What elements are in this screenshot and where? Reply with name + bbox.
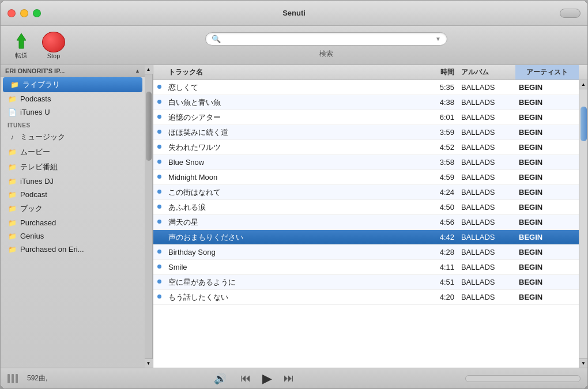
transfer-button[interactable]: 転送 xyxy=(10,31,33,60)
dot-circle-icon xyxy=(157,160,161,164)
sidebar-scrollbar[interactable]: ▲ ▼ xyxy=(145,65,153,368)
sidebar-item-itunes-u[interactable]: 📄 iTunes U xyxy=(1,105,145,119)
track-list[interactable]: 恋しくて5:35BALLADSBEGIN白い魚と青い魚4:38BALLADSBE… xyxy=(153,80,579,368)
track-time: 4:28 xyxy=(423,248,458,256)
search-dropdown-icon[interactable]: ▼ xyxy=(435,36,441,42)
sidebar-item-podcast[interactable]: 📁 Podcast xyxy=(1,188,145,201)
track-row[interactable]: 追憶のシアター6:01BALLADSBEGIN xyxy=(153,110,579,125)
device-name: ERI ONNORIT'S IP... xyxy=(5,67,65,74)
track-dot xyxy=(153,205,165,210)
track-artist: BEGIN xyxy=(515,158,579,167)
track-row[interactable]: Blue Snow3:58BALLADSBEGIN xyxy=(153,155,579,170)
next-button[interactable]: ⏭ xyxy=(281,372,296,384)
track-row[interactable]: ほほ笑みに続く道3:59BALLADSBEGIN xyxy=(153,125,579,140)
track-album: BALLADS xyxy=(458,143,515,152)
window-controls xyxy=(7,9,41,17)
sidebar-item-purchased[interactable]: 📁 Purchased xyxy=(1,216,145,229)
folder-icon: 📁 xyxy=(7,95,17,103)
sidebar-scroll-up-button[interactable]: ▲ xyxy=(145,65,153,74)
progress-bar[interactable] xyxy=(465,375,581,382)
track-row[interactable]: Midnight Moon4:59BALLADSBEGIN xyxy=(153,170,579,185)
col-time-header[interactable]: 時間 xyxy=(423,65,458,80)
col-artist-header[interactable]: アーティスト xyxy=(515,65,579,80)
volume-icon[interactable]: 🔊 xyxy=(212,372,229,385)
sidebar-item-movies[interactable]: 📁 ムービー xyxy=(1,145,145,160)
track-time: 3:59 xyxy=(423,128,458,137)
track-row[interactable]: Smile4:11BALLADSBEGIN xyxy=(153,260,579,275)
track-row[interactable]: 声のおまもりください4:42BALLADSBEGIN xyxy=(153,230,579,245)
track-artist: BEGIN xyxy=(515,83,579,92)
col-album-header[interactable]: アルバム xyxy=(458,65,515,80)
track-row[interactable]: Birthday Song4:28BALLADSBEGIN xyxy=(153,245,579,260)
track-artist: BEGIN xyxy=(515,98,579,107)
track-name: 空に星があるように xyxy=(165,277,423,288)
sidebar-item-podcasts[interactable]: 📁 Podcasts xyxy=(1,92,145,105)
track-time: 4:11 xyxy=(423,263,458,271)
play-button[interactable]: ▶ xyxy=(262,371,272,386)
close-button[interactable] xyxy=(7,9,16,17)
track-name: この街はなれて xyxy=(165,187,423,198)
minimize-button[interactable] xyxy=(20,9,28,17)
track-album: BALLADS xyxy=(458,218,515,226)
track-row[interactable]: 白い魚と青い魚4:38BALLADSBEGIN xyxy=(153,95,579,110)
track-album: BALLADS xyxy=(458,278,515,286)
status-dot xyxy=(7,374,10,383)
track-row[interactable]: あふれる涙4:50BALLADSBEGIN xyxy=(153,200,579,215)
track-name: 満天の星 xyxy=(165,217,423,228)
music-note-icon: ♪ xyxy=(7,133,17,141)
stop-button[interactable]: Stop xyxy=(42,32,65,59)
track-name: 白い魚と青い魚 xyxy=(165,97,423,108)
track-scroll-down-button[interactable]: ▼ xyxy=(579,358,588,368)
track-row[interactable]: 恋しくて5:35BALLADSBEGIN xyxy=(153,80,579,95)
track-dot xyxy=(153,160,165,165)
sidebar-scroll[interactable]: 📁 ライブラリ 📁 Podcasts 📄 iTunes U ITUNES xyxy=(1,77,145,368)
track-album: BALLADS xyxy=(458,293,515,301)
sidebar-scroll-thumb[interactable] xyxy=(146,92,152,161)
window-pill xyxy=(560,9,581,18)
window-title: Senuti xyxy=(282,9,306,17)
maximize-button[interactable] xyxy=(33,9,41,17)
track-name: あふれる涙 xyxy=(165,202,423,213)
track-time: 4:42 xyxy=(423,233,458,241)
sidebar-item-books[interactable]: 📁 ブック xyxy=(1,201,145,216)
track-row[interactable]: 空に星があるように4:51BALLADSBEGIN xyxy=(153,275,579,290)
track-table-header: トラック名 時間 アルバム アーティスト xyxy=(153,65,587,80)
track-scrollbar[interactable]: ▲ ▼ xyxy=(579,80,587,368)
folder-icon: 📁 xyxy=(10,81,19,89)
sidebar-label-tv: テレビ番組 xyxy=(20,162,58,172)
sidebar-scroll-down-button[interactable]: ▼ xyxy=(145,358,153,368)
sidebar: ERI ONNORIT'S IP... ▲ 📁 ライブラリ 📁 Podcasts… xyxy=(1,65,145,368)
search-bar[interactable]: 🔍 ▼ xyxy=(205,32,447,46)
track-row[interactable]: 失われたワルツ4:52BALLADSBEGIN xyxy=(153,140,579,155)
toolbar: 転送 Stop 🔍 ▼ 検索 xyxy=(1,26,587,65)
track-time: 6:01 xyxy=(423,113,458,122)
sidebar-item-tv[interactable]: 📁 テレビ番組 xyxy=(1,160,145,175)
folder-icon: 📁 xyxy=(7,219,17,227)
track-dot xyxy=(153,280,165,285)
search-icon: 🔍 xyxy=(212,35,221,43)
folder-icon: 📁 xyxy=(7,177,17,186)
sidebar-item-itunes-dj[interactable]: 📁 iTunes DJ xyxy=(1,175,145,188)
sidebar-item-library[interactable]: 📁 ライブラリ xyxy=(3,77,142,92)
track-scroll-thumb[interactable] xyxy=(581,107,587,141)
transfer-label: 転送 xyxy=(15,51,28,60)
dot-circle-icon xyxy=(157,265,161,269)
col-name-header[interactable]: トラック名 xyxy=(165,65,423,80)
track-row[interactable]: この街はなれて4:24BALLADSBEGIN xyxy=(153,185,579,200)
track-scroll-up-button[interactable]: ▲ xyxy=(579,80,588,89)
sidebar-device-header: ERI ONNORIT'S IP... ▲ xyxy=(1,65,145,77)
track-row[interactable]: 満天の星4:56BALLADSBEGIN xyxy=(153,215,579,230)
previous-button[interactable]: ⏮ xyxy=(238,372,253,384)
search-input[interactable] xyxy=(223,35,435,43)
sidebar-item-music[interactable]: ♪ ミュージック xyxy=(1,130,145,145)
track-name: Smile xyxy=(165,263,423,271)
dot-circle-icon xyxy=(157,85,161,89)
track-row[interactable]: もう話したくない4:20BALLADSBEGIN xyxy=(153,290,579,305)
sidebar-item-genius[interactable]: 📁 Genius xyxy=(1,229,145,243)
col-dot xyxy=(153,65,165,80)
track-name: 追憶のシアター xyxy=(165,112,423,123)
track-dot xyxy=(153,220,165,225)
track-artist: BEGIN xyxy=(515,113,579,122)
sidebar-item-purchased-on-eri[interactable]: 📁 Purchased on Eri... xyxy=(1,243,145,256)
track-artist: BEGIN xyxy=(515,188,579,197)
